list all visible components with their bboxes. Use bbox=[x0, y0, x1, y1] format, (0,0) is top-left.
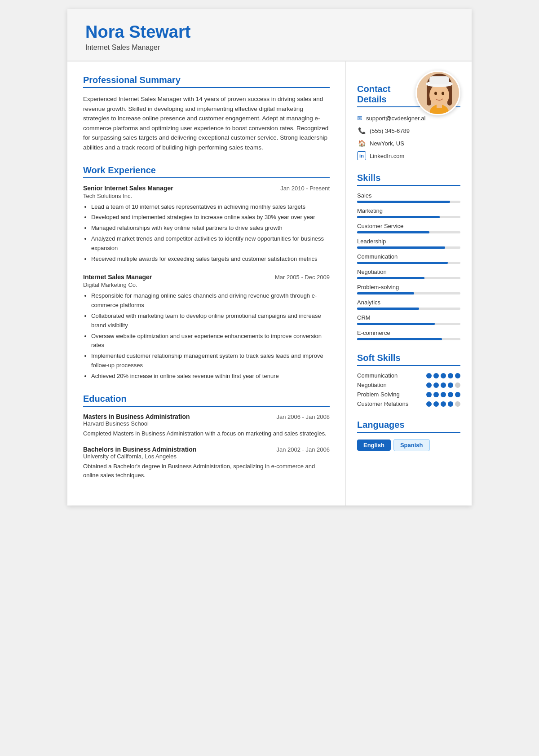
soft-skills-title: Soft Skills bbox=[357, 353, 460, 366]
skill-dots bbox=[426, 401, 460, 407]
skill-fill bbox=[357, 308, 419, 310]
skill-fill bbox=[357, 246, 445, 249]
edu-school: University of California, Los Angeles bbox=[83, 453, 330, 460]
language-tag: Spanish bbox=[393, 439, 430, 451]
languages-list: EnglishSpanish bbox=[357, 439, 460, 451]
job-item: Senior Internet Sales Manager Jan 2010 -… bbox=[83, 185, 330, 264]
email-icon: ✉ bbox=[357, 114, 362, 123]
soft-skill-name: Customer Relations bbox=[357, 400, 408, 407]
bullet-item: Oversaw website optimization and user ex… bbox=[91, 332, 330, 351]
languages-section: Languages EnglishSpanish bbox=[357, 420, 460, 451]
skill-name: E-commerce bbox=[357, 330, 460, 336]
job-company: Digital Marketing Co. bbox=[83, 281, 330, 288]
main-content: Professional Summary Experienced Interne… bbox=[67, 62, 472, 505]
job-title: Internet Sales Manager bbox=[83, 273, 152, 281]
job-company: Tech Solutions Inc. bbox=[83, 193, 330, 199]
skill-fill bbox=[357, 277, 424, 279]
dot bbox=[441, 401, 446, 407]
skill-name: Sales bbox=[357, 192, 460, 199]
job-bullets: Lead a team of 10 internet sales represe… bbox=[83, 202, 330, 264]
dot bbox=[433, 401, 439, 407]
dot bbox=[455, 392, 460, 397]
avatar bbox=[415, 70, 460, 115]
contact-phone: 📞 (555) 345-6789 bbox=[357, 126, 460, 135]
dot bbox=[426, 392, 432, 397]
language-tag: English bbox=[357, 440, 391, 451]
summary-text: Experienced Internet Sales Manager with … bbox=[83, 94, 330, 153]
edu-dates: Jan 2002 - Jan 2006 bbox=[276, 446, 330, 453]
edu-description: Obtained a Bachelor's degree in Business… bbox=[83, 462, 330, 479]
skill-item: Customer Service bbox=[357, 223, 460, 233]
skill-item: Communication bbox=[357, 253, 460, 264]
phone-icon: 📞 bbox=[357, 126, 366, 135]
skill-item: Problem-solving bbox=[357, 284, 460, 294]
skill-item: E-commerce bbox=[357, 330, 460, 340]
work-experience-section: Work Experience Senior Internet Sales Ma… bbox=[83, 165, 330, 381]
skills-list: Sales Marketing Customer Service Leaders… bbox=[357, 192, 460, 340]
dot bbox=[448, 373, 453, 378]
job-header: Senior Internet Sales Manager Jan 2010 -… bbox=[83, 185, 330, 192]
dot bbox=[448, 401, 453, 407]
bullet-item: Lead a team of 10 internet sales represe… bbox=[91, 202, 330, 212]
skills-section: Skills Sales Marketing Customer Service … bbox=[357, 173, 460, 340]
skill-bar bbox=[357, 201, 460, 203]
skill-bar bbox=[357, 338, 460, 340]
dot bbox=[441, 373, 446, 378]
work-experience-title: Work Experience bbox=[83, 165, 330, 178]
contact-location: 🏠 NewYork, US bbox=[357, 139, 460, 148]
candidate-title: Internet Sales Manager bbox=[85, 44, 454, 52]
skill-dots bbox=[426, 382, 460, 388]
dot bbox=[426, 382, 432, 388]
dot bbox=[448, 382, 453, 388]
soft-skills-list: Communication Negotiation Problem Solvin… bbox=[357, 372, 460, 407]
email-value: support@cvdesigner.ai bbox=[366, 115, 425, 122]
skill-fill bbox=[357, 216, 440, 218]
soft-skill-item: Communication bbox=[357, 372, 460, 379]
skill-fill bbox=[357, 292, 414, 294]
skill-name: Customer Service bbox=[357, 223, 460, 229]
skills-title: Skills bbox=[357, 173, 460, 186]
soft-skill-name: Negotiation bbox=[357, 382, 387, 388]
skill-bar bbox=[357, 323, 460, 325]
skill-bar bbox=[357, 216, 460, 218]
skill-bar bbox=[357, 277, 460, 279]
linkedin-value: LinkedIn.com bbox=[370, 153, 404, 159]
bullet-item: Implemented customer relationship manage… bbox=[91, 352, 330, 370]
edu-degree: Bachelors in Business Administration bbox=[83, 446, 196, 453]
summary-section: Professional Summary Experienced Interne… bbox=[83, 75, 330, 153]
education-item: Bachelors in Business Administration Jan… bbox=[83, 446, 330, 479]
skill-fill bbox=[357, 231, 429, 233]
skill-bar bbox=[357, 262, 460, 264]
dot bbox=[433, 373, 439, 378]
contact-linkedin: in LinkedIn.com bbox=[357, 151, 460, 160]
skill-bar bbox=[357, 292, 460, 294]
job-header: Internet Sales Manager Mar 2005 - Dec 20… bbox=[83, 273, 330, 281]
soft-skill-item: Problem Solving bbox=[357, 391, 460, 398]
job-item: Internet Sales Manager Mar 2005 - Dec 20… bbox=[83, 273, 330, 381]
bullet-item: Developed and implemented strategies to … bbox=[91, 213, 330, 222]
bullet-item: Received multiple awards for exceeding s… bbox=[91, 255, 330, 264]
skill-name: Leadership bbox=[357, 238, 460, 245]
skill-name: CRM bbox=[357, 314, 460, 321]
bullet-item: Collaborated with marketing team to deve… bbox=[91, 312, 330, 330]
skill-name: Communication bbox=[357, 253, 460, 260]
skill-bar bbox=[357, 246, 460, 249]
summary-title: Professional Summary bbox=[83, 75, 330, 88]
skill-name: Negotiation bbox=[357, 268, 460, 275]
skill-item: CRM bbox=[357, 314, 460, 325]
contact-email: ✉ support@cvdesigner.ai bbox=[357, 114, 415, 123]
skill-item: Leadership bbox=[357, 238, 460, 249]
skill-item: Marketing bbox=[357, 207, 460, 218]
linkedin-icon: in bbox=[357, 151, 366, 160]
skill-fill bbox=[357, 338, 442, 340]
languages-title: Languages bbox=[357, 420, 460, 433]
svg-point-4 bbox=[429, 84, 449, 106]
dot bbox=[426, 373, 432, 378]
candidate-name: Nora Stewart bbox=[85, 22, 454, 42]
edu-header: Bachelors in Business Administration Jan… bbox=[83, 446, 330, 453]
skill-bar bbox=[357, 231, 460, 233]
dot bbox=[455, 382, 460, 388]
soft-skill-name: Communication bbox=[357, 372, 398, 379]
skill-name: Marketing bbox=[357, 207, 460, 214]
dot bbox=[448, 392, 453, 397]
